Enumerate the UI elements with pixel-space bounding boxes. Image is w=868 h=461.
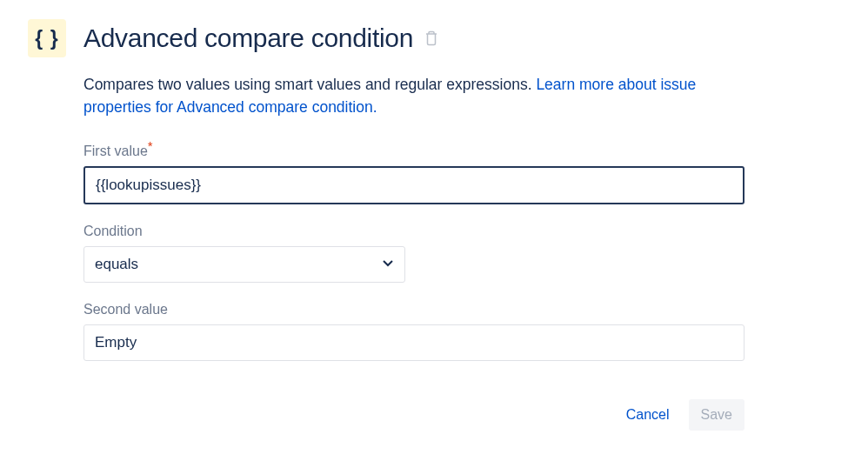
first-value-field: First value*	[83, 138, 744, 204]
page-title: Advanced compare condition	[83, 23, 413, 53]
braces-icon: { }	[28, 19, 66, 57]
save-button[interactable]: Save	[689, 399, 744, 431]
condition-select-value[interactable]	[83, 246, 405, 283]
second-value-input[interactable]	[83, 324, 744, 361]
condition-label: Condition	[83, 224, 744, 239]
header-row: { } Advanced compare condition	[28, 19, 840, 57]
second-value-label: Second value	[83, 302, 744, 317]
description-plain: Compares two values using smart values a…	[83, 76, 536, 93]
condition-field: Condition	[83, 224, 744, 283]
second-value-field: Second value	[83, 302, 744, 361]
delete-icon[interactable]	[424, 30, 439, 46]
footer-actions: Cancel Save	[83, 399, 744, 431]
condition-select[interactable]	[83, 246, 405, 283]
description-text: Compares two values using smart values a…	[83, 73, 744, 119]
first-value-label: First value*	[83, 138, 744, 159]
required-star-icon: *	[148, 138, 153, 153]
cancel-button[interactable]: Cancel	[614, 399, 682, 431]
first-value-input[interactable]	[83, 166, 744, 204]
form-content: Compares two values using smart values a…	[83, 73, 744, 431]
